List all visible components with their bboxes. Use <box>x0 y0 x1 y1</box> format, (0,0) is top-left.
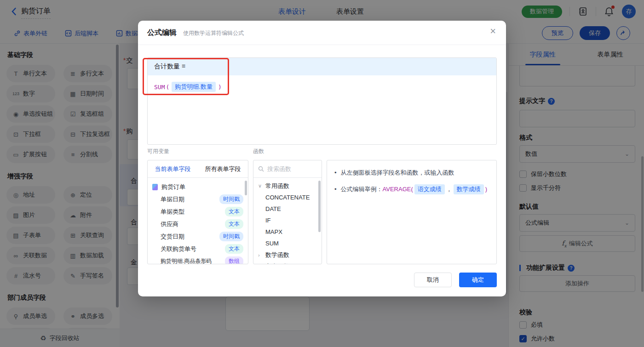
example-chip: 数学成绩 <box>454 184 484 194</box>
formula-editor-area[interactable]: 合计数量 = SUM(购货明细.数量) <box>147 57 497 145</box>
variable-row[interactable]: 关联购货单号文本 <box>148 243 248 255</box>
functions-scrollbar[interactable] <box>318 181 321 232</box>
cancel-button[interactable]: 取消 <box>414 273 452 287</box>
form-doc-icon <box>152 184 158 190</box>
function-search-input[interactable] <box>267 165 313 172</box>
example-function: AVERAGE <box>383 185 411 193</box>
formula-field-chip[interactable]: 购货明细.数量 <box>172 82 216 92</box>
variable-row[interactable]: 单据日期时间戳 <box>148 193 248 205</box>
functions-label: 函数 <box>253 148 264 155</box>
function-group-text[interactable]: › 文本函数 <box>253 261 322 264</box>
close-icon[interactable]: × <box>490 26 496 36</box>
function-group-math[interactable]: › 数学函数 <box>253 249 322 261</box>
chevron-right-icon: › <box>258 264 263 265</box>
function-item-mapx[interactable]: MAPX <box>253 226 322 238</box>
tip-line-1: 从左侧面板选择字段名和函数，或输入函数 <box>341 169 454 177</box>
type-badge: 文本 <box>225 207 243 216</box>
variable-row[interactable]: 购货明细.商品条形码数组 <box>148 255 248 264</box>
search-icon <box>258 166 264 172</box>
formula-editor-modal: 公式编辑 使用数学运算符编辑公式 × 合计数量 = SUM(购货明细.数量) 可… <box>138 21 506 296</box>
variables-root-node[interactable]: 购货订单 <box>148 181 248 193</box>
type-badge: 时间戳 <box>219 194 243 204</box>
variables-label: 可用变量 <box>147 148 169 155</box>
chevron-down-icon: ∨ <box>258 183 263 189</box>
type-badge: 文本 <box>225 219 243 229</box>
chevron-right-icon: › <box>258 252 263 258</box>
variable-row[interactable]: 交货日期时间戳 <box>148 230 248 243</box>
function-item-sum[interactable]: SUM <box>253 238 322 249</box>
formula-function: SUM <box>154 84 165 91</box>
variable-row[interactable]: 单据类型文本 <box>148 205 248 218</box>
example-chip: 语文成绩 <box>414 184 445 194</box>
variables-panel: 当前表单字段 所有表单字段 购货订单 单据日期时间戳 单据类型文本 供应商文本 … <box>147 160 248 264</box>
variable-row[interactable]: 供应商文本 <box>148 218 248 230</box>
divider <box>138 45 506 45</box>
functions-panel: ∨ 常用函数 CONCATENATE DATE IF MAPX SUM › 数学… <box>253 160 322 264</box>
tips-panel: • 从左侧面板选择字段名和函数，或输入函数 • 公式编辑举例：AVERAGE(语… <box>327 160 497 264</box>
tab-current-form-fields[interactable]: 当前表单字段 <box>148 160 198 177</box>
type-badge: 时间戳 <box>219 232 243 241</box>
tip-line-2: 公式编辑举例：AVERAGE(语文成绩，数学成绩) <box>341 184 488 194</box>
function-group-common[interactable]: ∨ 常用函数 <box>253 180 322 192</box>
formula-target: 合计数量 = <box>148 58 496 75</box>
function-item-if[interactable]: IF <box>253 215 322 226</box>
type-badge: 数组 <box>225 256 243 264</box>
variables-scrollbar[interactable] <box>245 181 247 195</box>
confirm-button[interactable]: 确定 <box>459 273 497 287</box>
function-item-concatenate[interactable]: CONCATENATE <box>253 192 322 203</box>
modal-title: 公式编辑 <box>147 28 177 38</box>
tab-all-form-fields[interactable]: 所有表单字段 <box>198 160 248 177</box>
modal-subtitle: 使用数学运算符编辑公式 <box>183 29 244 37</box>
type-badge: 文本 <box>225 244 243 254</box>
function-item-date[interactable]: DATE <box>253 203 322 215</box>
